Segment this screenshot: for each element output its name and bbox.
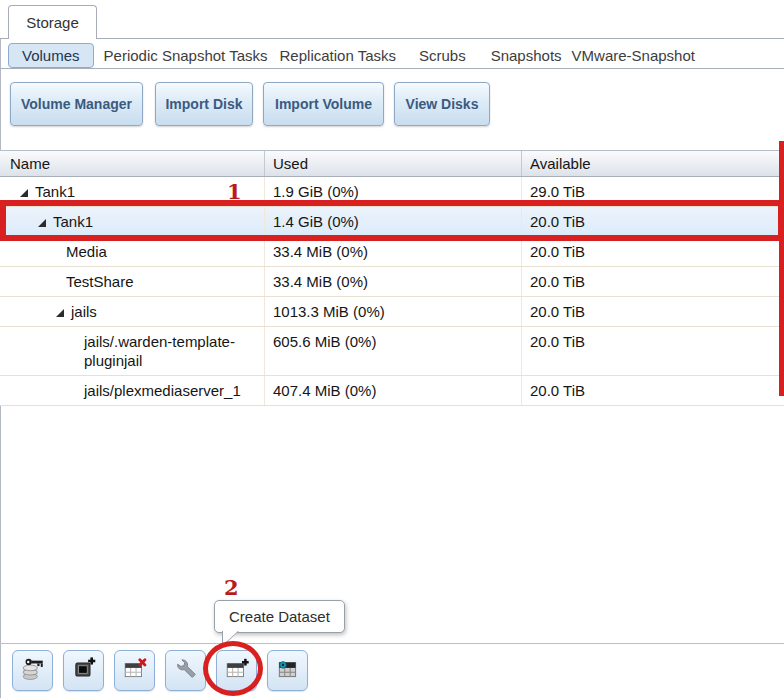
available-cell: 29.0 TiB <box>522 177 784 206</box>
wrench-icon <box>173 656 199 685</box>
table-row[interactable]: TestShare33.4 MiB (0%)20.0 TiB <box>0 267 784 297</box>
subtab-volumes[interactable]: Volumes <box>8 43 94 68</box>
tree-expander-icon[interactable] <box>38 219 46 227</box>
dataset-icon-toolbar <box>12 650 308 691</box>
table-row[interactable]: Media33.4 MiB (0%)20.0 TiB <box>0 237 784 267</box>
available-cell: 20.0 TiB <box>522 237 784 266</box>
dataset-name-cell: Media <box>0 237 265 266</box>
available-cell: 20.0 TiB <box>522 267 784 296</box>
table-row[interactable]: jails/plexmediaserver_1407.4 MiB (0%)20.… <box>0 376 784 406</box>
dataset-name: TestShare <box>66 273 134 290</box>
column-header-name[interactable]: Name <box>0 151 265 176</box>
create-dataset-button[interactable] <box>216 650 257 691</box>
annotation-step-2: 2 <box>224 577 239 598</box>
tab-strip-line <box>0 38 784 39</box>
used-cell: 1.9 GiB (0%) <box>265 177 522 206</box>
tab-storage[interactable]: Storage <box>8 5 97 39</box>
dataset-name-cell: jails/plexmediaserver_1 <box>0 376 265 405</box>
destroy-dataset-icon <box>122 656 148 685</box>
dataset-name: jails/.warden-template-pluginjail <box>84 333 235 369</box>
used-cell: 1013.3 MiB (0%) <box>265 297 522 326</box>
subtab-replication-tasks[interactable]: Replication Tasks <box>280 47 396 64</box>
create-snapshot-icon <box>275 656 301 685</box>
dataset-name: Tank1 <box>53 213 93 230</box>
subtab-strip-line <box>0 68 784 69</box>
change-permissions-button[interactable] <box>12 650 53 691</box>
table-row[interactable]: jails/.warden-template-pluginjail605.6 M… <box>0 327 784 376</box>
dataset-name: Tank1 <box>35 183 75 200</box>
create-snapshot-button[interactable] <box>267 650 308 691</box>
create-dataset-tooltip: Create Dataset <box>214 600 345 633</box>
dataset-name-cell: jails/.warden-template-pluginjail <box>0 327 265 375</box>
tree-expander-icon[interactable] <box>20 189 28 197</box>
subtab-vmware-snapshot[interactable]: VMware-Snapshot <box>572 47 695 64</box>
volumes-tree-grid: Name Used Available Tank11.9 GiB (0%)29.… <box>0 150 784 406</box>
available-cell: 20.0 TiB <box>522 376 784 405</box>
volume-table-body: Tank11.9 GiB (0%)29.0 TiBTank11.4 GiB (0… <box>0 177 784 406</box>
view-disks-button[interactable]: View Disks <box>394 82 490 126</box>
table-row[interactable]: Tank11.4 GiB (0%)20.0 TiB <box>0 207 784 237</box>
subtab-snapshots[interactable]: Snapshots <box>491 47 562 64</box>
tree-expander-icon[interactable] <box>56 309 64 317</box>
create-zvol-icon <box>71 656 97 685</box>
used-cell: 407.4 MiB (0%) <box>265 376 522 405</box>
import-volume-button[interactable]: Import Volume <box>263 82 384 126</box>
dataset-name-cell: Tank1 <box>0 207 265 236</box>
table-row[interactable]: jails1013.3 MiB (0%)20.0 TiB <box>0 297 784 327</box>
dataset-name-cell: jails <box>0 297 265 326</box>
available-cell: 20.0 TiB <box>522 297 784 326</box>
change-permissions-icon <box>20 656 46 685</box>
available-cell: 20.0 TiB <box>522 327 784 375</box>
column-header-available[interactable]: Available <box>522 151 784 176</box>
toolbar-divider <box>0 643 784 644</box>
action-button-bar: Volume Manager Import Disk Import Volume… <box>0 81 784 127</box>
subtab-bar: Volumes Periodic Snapshot Tasks Replicat… <box>8 42 784 68</box>
used-cell: 33.4 MiB (0%) <box>265 267 522 296</box>
available-cell: 20.0 TiB <box>522 207 784 236</box>
table-header: Name Used Available <box>0 150 784 177</box>
dataset-name: jails/plexmediaserver_1 <box>84 382 241 399</box>
tooltip-text: Create Dataset <box>229 608 330 625</box>
used-cell: 1.4 GiB (0%) <box>265 207 522 236</box>
dataset-name-cell: Tank1 <box>0 177 265 206</box>
dataset-name-cell: TestShare <box>0 267 265 296</box>
edit-options-button[interactable] <box>165 650 206 691</box>
subtab-scrubs[interactable]: Scrubs <box>419 47 466 64</box>
import-disk-button[interactable]: Import Disk <box>155 82 253 126</box>
dataset-name: Media <box>66 243 107 260</box>
volume-manager-button[interactable]: Volume Manager <box>10 82 143 126</box>
subtab-periodic-snapshot-tasks[interactable]: Periodic Snapshot Tasks <box>104 47 268 64</box>
dataset-name: jails <box>71 303 97 320</box>
table-row[interactable]: Tank11.9 GiB (0%)29.0 TiB <box>0 177 784 207</box>
create-zvol-button[interactable] <box>63 650 104 691</box>
used-cell: 33.4 MiB (0%) <box>265 237 522 266</box>
storage-page: Storage Volumes Periodic Snapshot Tasks … <box>0 0 784 698</box>
used-cell: 605.6 MiB (0%) <box>265 327 522 375</box>
create-dataset-icon <box>224 656 250 685</box>
column-header-used[interactable]: Used <box>265 151 522 176</box>
destroy-dataset-button[interactable] <box>114 650 155 691</box>
